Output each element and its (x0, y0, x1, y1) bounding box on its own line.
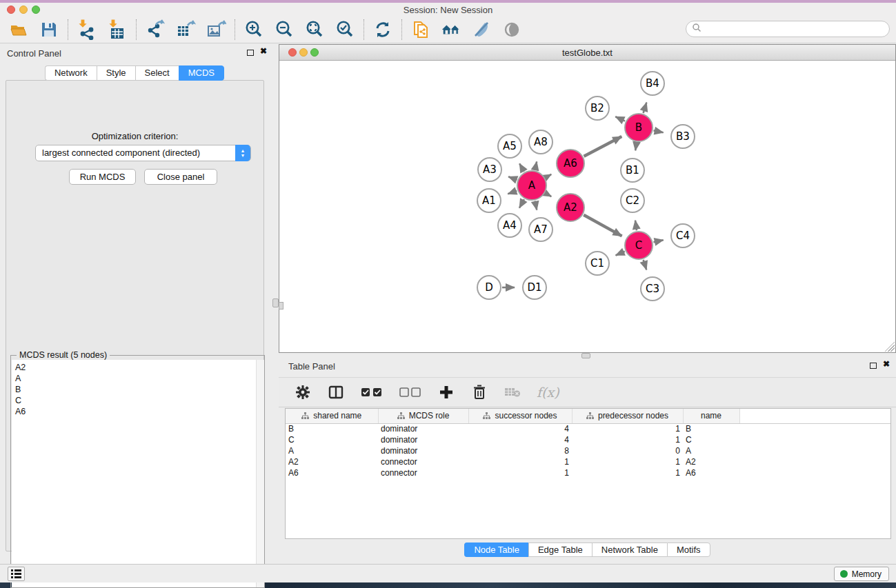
trash-icon[interactable] (470, 383, 488, 401)
close-table-panel-icon[interactable]: ✖ (883, 359, 890, 369)
table-cell[interactable]: A2 (286, 456, 378, 467)
edge-A-A1[interactable] (508, 191, 517, 194)
table-cell[interactable]: B (683, 423, 739, 434)
table-row[interactable]: Cdominator41C (286, 434, 890, 445)
column-header-name[interactable]: name (683, 409, 739, 423)
edge-A-A7[interactable] (535, 201, 537, 210)
table-cell[interactable]: 1 (468, 467, 572, 478)
import-table-icon[interactable] (107, 19, 128, 40)
float-table-panel-icon[interactable] (870, 363, 877, 369)
search-input[interactable] (686, 21, 890, 37)
table-cell[interactable]: A6 (286, 467, 378, 478)
paintbrush-slash-icon[interactable] (471, 19, 492, 40)
edge-A2-C[interactable] (584, 215, 621, 236)
table-cell[interactable]: 1 (572, 423, 683, 434)
tab-network-table[interactable]: Network Table (592, 543, 667, 557)
edge-B-B1[interactable] (635, 143, 637, 151)
save-floppy-icon[interactable] (39, 19, 59, 40)
result-list-item[interactable]: A2 (12, 362, 264, 373)
tab-mcds[interactable]: MCDS (179, 65, 224, 81)
column-header-successor-nodes[interactable]: successor nodes (468, 409, 572, 423)
zoom-out-icon[interactable] (274, 19, 295, 40)
tab-node-table[interactable]: Node Table (464, 543, 528, 557)
split-columns-icon[interactable] (327, 383, 345, 401)
table-cell[interactable]: 8 (468, 445, 572, 456)
network-canvas[interactable]: B4B2BB3B1A5A8A6A3AC2A1A2A4A7C4CC1C3DD1 (279, 61, 895, 352)
edge-A-A2[interactable] (546, 193, 551, 196)
zoom-in-icon[interactable] (243, 19, 264, 40)
table-cell[interactable]: C (286, 434, 378, 445)
delete-table-icon[interactable] (504, 383, 521, 401)
table-cell[interactable]: dominator (378, 434, 468, 445)
checked-checkboxes-icon[interactable] (360, 383, 384, 401)
edge-C-C2[interactable] (635, 221, 637, 230)
plus-icon[interactable] (437, 383, 455, 401)
result-list-item[interactable]: A6 (12, 406, 264, 417)
table-cell[interactable]: dominator (378, 423, 468, 434)
edge-A-A3[interactable] (508, 176, 517, 180)
table-row[interactable]: Adominator80A (286, 445, 890, 456)
table-row[interactable]: A6connector11A6 (286, 467, 890, 478)
resize-grip-icon[interactable] (885, 342, 895, 352)
eye-icon[interactable] (501, 19, 522, 40)
mcds-result-list[interactable]: A2ABCA6 (12, 360, 264, 587)
table-cell[interactable]: A6 (683, 467, 739, 478)
column-header-mcds-role[interactable]: MCDS role (378, 409, 468, 423)
edge-C-C1[interactable] (616, 252, 625, 256)
table-cell[interactable]: 0 (572, 445, 683, 456)
close-panel-button[interactable]: Close panel (144, 169, 217, 185)
node-table[interactable]: shared nameMCDS rolesuccessor nodesprede… (285, 408, 891, 539)
zoom-fit-icon[interactable] (304, 19, 325, 40)
table-cell[interactable]: B (286, 423, 378, 434)
edge-B-B4[interactable] (644, 103, 647, 113)
result-list-item[interactable]: A (12, 373, 264, 384)
vertical-divider-handle[interactable] (272, 298, 279, 307)
table-cell[interactable]: C (683, 434, 739, 445)
table-cell[interactable]: 4 (468, 423, 572, 434)
table-cell[interactable]: connector (378, 456, 468, 467)
export-image-icon[interactable] (206, 19, 226, 40)
edge-A-A4[interactable] (519, 199, 524, 207)
table-cell[interactable]: A (286, 445, 378, 456)
import-network-icon[interactable] (77, 19, 97, 40)
tab-edge-table[interactable]: Edge Table (528, 543, 592, 557)
table-cell[interactable]: 1 (572, 456, 683, 467)
export-table-icon[interactable] (175, 19, 196, 40)
edge-A6-B[interactable] (584, 136, 621, 156)
result-list-scrollbar[interactable] (256, 360, 264, 587)
edge-A-A8[interactable] (535, 161, 537, 170)
tab-motifs[interactable]: Motifs (667, 543, 710, 557)
result-list-item[interactable]: B (12, 384, 264, 395)
table-cell[interactable]: dominator (378, 445, 468, 456)
task-history-button[interactable] (8, 567, 25, 581)
table-cell[interactable]: 1 (572, 434, 683, 445)
export-network-icon[interactable] (145, 19, 166, 40)
houses-icon[interactable] (441, 19, 461, 40)
edge-B-B2[interactable] (615, 116, 625, 121)
tab-select[interactable]: Select (135, 65, 179, 81)
float-panel-icon[interactable] (247, 50, 254, 56)
edge-C-C4[interactable] (653, 240, 663, 242)
open-folder-icon[interactable] (8, 19, 29, 40)
tab-network[interactable]: Network (45, 65, 97, 81)
edge-B-B3[interactable] (654, 130, 664, 132)
unchecked-checkboxes-icon[interactable] (399, 383, 422, 401)
edge-A-A6[interactable] (546, 174, 551, 178)
copy-network-document-icon[interactable] (410, 19, 431, 40)
column-header-shared-name[interactable]: shared name (286, 409, 378, 423)
table-row[interactable]: Bdominator41B (286, 423, 890, 434)
function-icon[interactable]: f(x) (537, 385, 559, 400)
refresh-layout-icon[interactable] (372, 19, 393, 40)
table-cell[interactable]: 1 (572, 467, 683, 478)
table-cell[interactable]: A (683, 445, 739, 456)
table-cell[interactable]: 4 (468, 434, 572, 445)
zoom-selected-icon[interactable] (335, 19, 355, 40)
edge-A-A5[interactable] (519, 163, 524, 172)
table-row[interactable]: A2connector11A2 (286, 456, 890, 467)
table-cell[interactable]: A2 (683, 456, 739, 467)
edge-C-C3[interactable] (644, 260, 647, 270)
run-mcds-button[interactable]: Run MCDS (69, 169, 136, 185)
column-header-predecessor-nodes[interactable]: predecessor nodes (572, 409, 683, 423)
memory-button[interactable]: Memory (834, 567, 889, 581)
tab-style[interactable]: Style (97, 65, 135, 81)
